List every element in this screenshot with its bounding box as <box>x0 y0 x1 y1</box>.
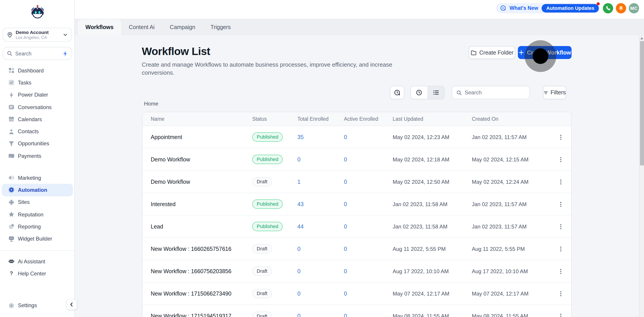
active-enrolled-link[interactable]: 0 <box>344 201 393 207</box>
workflow-name[interactable]: Demo Workflow <box>151 178 252 185</box>
vertical-scrollbar[interactable] <box>639 35 644 317</box>
column-header-created-on: Created On <box>472 116 555 122</box>
sidebar-item-contacts[interactable]: Contacts <box>2 126 73 138</box>
account-switcher[interactable]: Demo Account Los Angeles, CA <box>3 28 72 42</box>
scrollbar-up-button[interactable] <box>640 35 644 41</box>
row-actions-button[interactable] <box>556 199 566 209</box>
workflow-name[interactable]: Interested <box>151 201 252 207</box>
row-actions-button[interactable] <box>556 266 566 276</box>
row-actions-button[interactable] <box>556 244 566 254</box>
sidebar-item-conversations[interactable]: Conversations <box>2 101 73 113</box>
dashboard-icon <box>8 67 15 74</box>
sidebar-search[interactable] <box>3 47 72 60</box>
brand-logo[interactable] <box>0 4 75 20</box>
sidebar-item-ai-assistant[interactable]: Ai Assistant <box>2 255 73 268</box>
workflow-name[interactable]: Lead <box>151 223 252 230</box>
workflow-name[interactable]: New Workflow : 1660265757616 <box>151 246 252 252</box>
user-avatar[interactable]: MC <box>629 3 639 13</box>
workflow-name[interactable]: New Workflow : 1715194519317 <box>151 313 252 317</box>
active-enrolled-link[interactable]: 0 <box>344 134 393 140</box>
tab-workflows[interactable]: Workflows <box>78 19 121 35</box>
sidebar-item-marketing[interactable]: Marketing <box>2 172 73 184</box>
tab-content-ai[interactable]: Content Ai <box>121 19 162 35</box>
active-enrolled-link[interactable]: 0 <box>344 156 393 162</box>
row-actions-button[interactable] <box>556 222 566 232</box>
total-enrolled-link[interactable]: 44 <box>298 223 344 230</box>
workflow-search-input[interactable] <box>465 90 526 96</box>
table-row[interactable]: New Workflow : 1715194519317 Draft 0 0 M… <box>143 305 571 317</box>
sidebar-item-power-dialer[interactable]: Power Dialer <box>2 89 73 101</box>
active-enrolled-link[interactable]: 0 <box>344 313 393 317</box>
sidebar-item-payments[interactable]: Payments <box>2 150 73 162</box>
workflow-name[interactable]: New Workflow : 1715066273490 <box>151 290 252 297</box>
status-badge: Draft <box>252 244 272 254</box>
whats-new-pill[interactable]: What's New Automation Updates <box>496 3 600 13</box>
scrollbar-thumb[interactable] <box>640 41 644 166</box>
kebab-menu-icon <box>558 268 564 274</box>
timeline-view-button[interactable] <box>411 86 427 99</box>
total-enrolled-link[interactable]: 0 <box>298 156 344 162</box>
automation-icon <box>8 187 15 193</box>
workflow-name[interactable]: Appointment <box>151 134 252 140</box>
sidebar-item-opportunities[interactable]: Opportunities <box>2 138 73 150</box>
row-actions-button[interactable] <box>556 288 566 298</box>
filters-button[interactable]: Filters <box>543 86 566 99</box>
sidebar-item-sites[interactable]: Sites <box>2 196 73 208</box>
sidebar-item-widget-builder[interactable]: Widget Builder <box>2 233 73 245</box>
workflow-name[interactable]: New Workflow : 1660756203856 <box>151 268 252 274</box>
active-enrolled-link[interactable]: 0 <box>344 290 393 297</box>
workflow-search[interactable] <box>452 86 530 99</box>
total-enrolled-link[interactable]: 43 <box>298 201 344 207</box>
tab-triggers[interactable]: Triggers <box>203 19 238 35</box>
create-folder-button[interactable]: Create Folder <box>469 46 515 59</box>
sidebar-item-tasks[interactable]: Tasks <box>2 77 73 89</box>
total-enrolled-link[interactable]: 35 <box>298 134 344 140</box>
breadcrumb[interactable]: Home <box>144 100 158 107</box>
table-row[interactable]: New Workflow : 1660265757616 Draft 0 0 A… <box>143 238 571 260</box>
sidebar-item-help-center[interactable]: ?Help Center <box>2 268 73 280</box>
table-row[interactable]: Lead Published 44 0 Jan 02 2023, 11:58 A… <box>143 216 571 238</box>
sidebar-item-label: Ai Assistant <box>18 258 45 264</box>
phone-button[interactable] <box>603 3 613 13</box>
quick-actions-bolt-icon[interactable] <box>62 50 68 56</box>
tab-campaign[interactable]: Campaign <box>162 19 203 35</box>
automation-updates-badge[interactable]: Automation Updates <box>542 4 599 12</box>
location-pin-icon <box>7 32 13 38</box>
table-row[interactable]: Appointment Published 35 0 May 02 2024, … <box>143 126 571 148</box>
sidebar-collapse-button[interactable] <box>66 299 77 310</box>
whats-new-icon <box>500 5 507 12</box>
sidebar-item-reputation[interactable]: Reputation <box>2 208 73 221</box>
active-enrolled-link[interactable]: 0 <box>344 223 393 230</box>
row-actions-button[interactable] <box>556 132 566 142</box>
module-tab-bar: WorkflowsContent AiCampaignTriggers <box>75 19 644 35</box>
total-enrolled-link[interactable]: 1 <box>298 178 344 185</box>
active-enrolled-link[interactable]: 0 <box>344 268 393 274</box>
sidebar-item-reporting[interactable]: Reporting <box>2 220 73 233</box>
total-enrolled-link[interactable]: 0 <box>298 246 344 252</box>
create-workflow-button[interactable]: Create Workflow <box>518 46 572 59</box>
sidebar-item-automation[interactable]: Automation <box>2 184 73 196</box>
active-enrolled-link[interactable]: 0 <box>344 246 393 252</box>
total-enrolled-link[interactable]: 0 <box>298 290 344 297</box>
total-enrolled-link[interactable]: 0 <box>298 313 344 317</box>
table-row[interactable]: Demo Workflow Published 0 0 May 02 2024,… <box>143 148 571 171</box>
sidebar-item-calendars[interactable]: Calendars <box>2 113 73 126</box>
sidebar-search-input[interactable] <box>15 51 62 56</box>
workflow-name[interactable]: Demo Workflow <box>151 156 252 162</box>
row-actions-button[interactable] <box>556 154 566 164</box>
notifications-button[interactable] <box>616 3 626 13</box>
table-row[interactable]: New Workflow : 1715066273490 Draft 0 0 M… <box>143 282 571 305</box>
sidebar-item-dashboard[interactable]: Dashboard <box>2 64 73 77</box>
column-header-status: Status <box>252 116 298 122</box>
active-enrolled-link[interactable]: 0 <box>344 178 393 185</box>
row-actions-button[interactable] <box>556 177 566 187</box>
table-row[interactable]: New Workflow : 1660756203856 Draft 0 0 A… <box>143 260 571 282</box>
total-enrolled-link[interactable]: 0 <box>298 268 344 274</box>
table-row[interactable]: Demo Workflow Draft 1 0 May 02 2024, 12:… <box>143 171 571 193</box>
sidebar-item-settings[interactable]: Settings <box>2 299 64 312</box>
table-row[interactable]: Interested Published 43 0 Jan 02 2023, 1… <box>143 193 571 216</box>
list-view-button[interactable] <box>427 86 444 99</box>
history-view-button[interactable] <box>390 86 404 99</box>
table-body: Appointment Published 35 0 May 02 2024, … <box>143 126 571 317</box>
row-actions-button[interactable] <box>556 311 566 317</box>
